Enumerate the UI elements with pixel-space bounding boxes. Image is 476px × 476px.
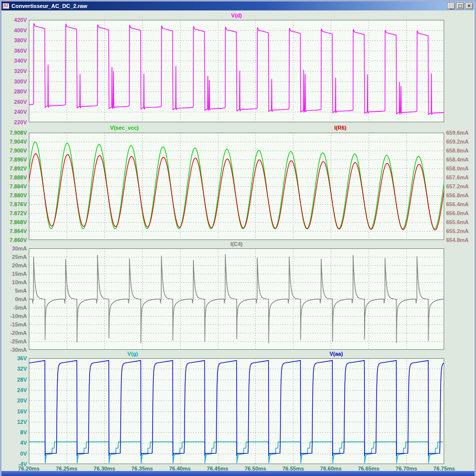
y-axis-label-ic4: 30mA (3, 245, 27, 251)
y-axis-label-vd: 340V (3, 58, 27, 64)
y-axis-label-ic4: 10mA (3, 279, 27, 285)
y-axis-label-vg-vaa: 8V (3, 429, 27, 435)
y-axis-label-vg-vaa: 4V (3, 440, 27, 446)
y-axis-label-right-sec-vcc-ir6: 658.8mA (446, 148, 469, 154)
y-axis-label-ic4: -20mA (3, 330, 27, 336)
y-axis-label-vg-vaa: 32V (3, 366, 27, 372)
window-bottom-edge (1, 471, 476, 476)
y-axis-label-ic4: 15mA (3, 271, 27, 277)
y-axis-label-sec-vcc-ir6: 7.904V (3, 139, 27, 145)
minimize-button[interactable]: _ (447, 2, 455, 9)
app-icon (2, 2, 9, 9)
y-axis-label-ic4: 25mA (3, 254, 27, 260)
y-axis-label-sec-vcc-ir6: 7.880V (3, 192, 27, 198)
y-axis-label-right-sec-vcc-ir6: 656.8mA (446, 192, 469, 198)
plot-pane-vd[interactable] (29, 20, 444, 122)
y-axis-label-vd: 420V (3, 17, 27, 23)
y-axis-label-sec-vcc-ir6: 7.884V (3, 183, 27, 189)
window-controls: _ □ ✕ (447, 2, 473, 9)
close-button[interactable]: ✕ (465, 2, 473, 9)
y-axis-label-right-sec-vcc-ir6: 658.4mA (446, 157, 469, 162)
y-axis-label-sec-vcc-ir6: 7.872V (3, 210, 27, 216)
y-axis-label-right-sec-vcc-ir6: 656.0mA (446, 210, 469, 216)
y-axis-label-vg-vaa: 20V (3, 397, 27, 403)
y-axis-label-sec-vcc-ir6: 7.860V (3, 237, 27, 243)
y-axis-label-right-sec-vcc-ir6: 659.6mA (446, 130, 469, 136)
y-axis-label-sec-vcc-ir6: 7.888V (3, 174, 27, 180)
waveform-viewer: V(d)420V400V380V360V340V320V300V280V260V… (3, 12, 476, 473)
y-axis-label-vg-vaa: 0V (3, 451, 27, 457)
y-axis-label-right-sec-vcc-ir6: 659.2mA (446, 139, 469, 145)
trace-label-v-aa-[interactable]: V(aa) (329, 351, 343, 357)
y-axis-label-ic4: -30mA (3, 347, 27, 353)
y-axis-label-sec-vcc-ir6: 7.864V (3, 228, 27, 234)
trace-label-v-g-[interactable]: V(g) (127, 351, 138, 357)
plot-pane-vg-vaa[interactable] (29, 358, 444, 464)
window-title: Convertisseur_AC_DC_2.raw (11, 3, 447, 9)
plot-pane-sec-vcc-ir6[interactable] (29, 133, 444, 240)
y-axis-label-sec-vcc-ir6: 7.892V (3, 165, 27, 171)
y-axis-label-vd: 360V (3, 48, 27, 54)
y-axis-label-ic4: -25mA (3, 338, 27, 344)
y-axis-label-ic4: -10mA (3, 313, 27, 319)
y-axis-label-ic4: -15mA (3, 321, 27, 327)
y-axis-label-vd: 380V (3, 37, 27, 43)
y-axis-label-vg-vaa: 28V (3, 377, 27, 383)
trace-label-v-d-[interactable]: V(d) (231, 12, 242, 18)
y-axis-label-right-sec-vcc-ir6: 658.0mA (446, 165, 469, 171)
plot-pane-ic4[interactable] (29, 248, 444, 350)
y-axis-label-vg-vaa: 16V (3, 408, 27, 414)
y-axis-label-sec-vcc-ir6: 7.896V (3, 157, 27, 162)
y-axis-label-ic4: -5mA (3, 305, 27, 311)
y-axis-label-right-sec-vcc-ir6: 656.4mA (446, 201, 469, 207)
y-axis-label-vd: 220V (3, 119, 27, 125)
y-axis-label-sec-vcc-ir6: 7.900V (3, 148, 27, 154)
y-axis-label-vd: 260V (3, 99, 27, 105)
trace-label-i-r6-[interactable]: I(R6) (334, 125, 346, 131)
trace-label-i-c4-[interactable]: I(C4) (230, 241, 242, 247)
y-axis-label-ic4: 20mA (3, 262, 27, 268)
y-axis-label-sec-vcc-ir6: 7.868V (3, 219, 27, 225)
y-axis-label-right-sec-vcc-ir6: 655.2mA (446, 228, 469, 234)
y-axis-label-vd: 240V (3, 109, 27, 115)
maximize-button[interactable]: □ (456, 2, 464, 9)
y-axis-label-ic4: 0mA (3, 296, 27, 302)
y-axis-label-right-sec-vcc-ir6: 657.2mA (446, 183, 469, 189)
y-axis-label-vg-vaa: 12V (3, 419, 27, 425)
y-axis-label-vd: 400V (3, 27, 27, 33)
y-axis-label-right-sec-vcc-ir6: 655.6mA (446, 219, 469, 225)
y-axis-label-vg-vaa: 36V (3, 355, 27, 361)
y-axis-label-sec-vcc-ir6: 7.908V (3, 130, 27, 136)
trace-label-v-sec-vcc-[interactable]: V(sec_vcc) (110, 125, 139, 131)
y-axis-label-right-sec-vcc-ir6: 654.8mA (446, 237, 469, 243)
y-axis-label-sec-vcc-ir6: 7.876V (3, 201, 27, 207)
titlebar[interactable]: Convertisseur_AC_DC_2.raw _ □ ✕ (1, 1, 475, 10)
y-axis-label-vg-vaa: 24V (3, 387, 27, 393)
app-window: Convertisseur_AC_DC_2.raw _ □ ✕ V(d)420V… (0, 0, 476, 476)
y-axis-label-right-sec-vcc-ir6: 657.6mA (446, 174, 469, 180)
y-axis-label-ic4: 5mA (3, 288, 27, 294)
y-axis-label-vd: 320V (3, 68, 27, 74)
y-axis-label-vd: 300V (3, 79, 27, 84)
y-axis-label-vd: 280V (3, 88, 27, 94)
